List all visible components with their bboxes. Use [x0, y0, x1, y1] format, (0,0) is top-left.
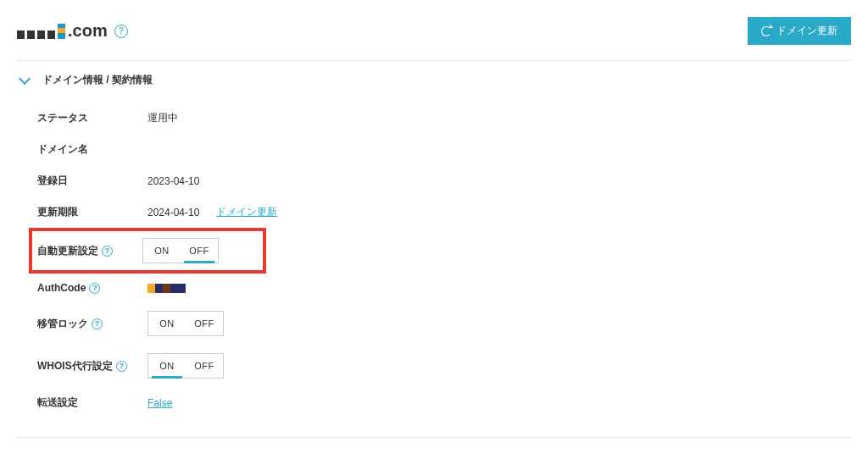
domain-update-label: ドメイン更新: [776, 24, 837, 38]
toggle-whois-proxy[interactable]: ON OFF: [147, 353, 224, 379]
refresh-icon: [761, 26, 771, 36]
row-domain-name: ドメイン名: [37, 134, 851, 165]
toggle-transfer-lock[interactable]: ON OFF: [147, 311, 224, 336]
row-transfer-lock: 移管ロック ? ON OFF: [37, 302, 851, 345]
label-whois-proxy: WHOIS代行設定: [37, 359, 113, 373]
domain-name-masked: [17, 24, 65, 39]
label-forward: 転送設定: [37, 395, 147, 410]
value-status: 運用中: [147, 111, 178, 125]
section-domain-info: ドメイン情報 / 契約情報 ステータス 運用中 ドメイン名 登録日 2023-0…: [17, 60, 851, 438]
toggle-auto-renew[interactable]: ON OFF: [142, 238, 219, 263]
domain-suffix: .com: [68, 21, 108, 41]
help-icon[interactable]: ?: [102, 246, 113, 257]
row-auto-renew: 自動更新設定 ? ON OFF: [37, 235, 258, 267]
value-reg-date: 2023-04-10: [147, 175, 199, 187]
help-icon[interactable]: ?: [89, 283, 100, 294]
toggle-off[interactable]: OFF: [181, 239, 218, 263]
label-exp-date: 更新期限: [37, 205, 147, 219]
row-reg-date: 登録日 2023-04-10: [37, 165, 851, 196]
toggle-off[interactable]: OFF: [186, 312, 223, 335]
row-forward: 転送設定 False: [37, 387, 851, 418]
value-authcode-masked: [147, 284, 186, 293]
label-auto-renew: 自動更新設定: [37, 244, 98, 258]
value-exp-date: 2024-04-10: [147, 207, 199, 218]
label-transfer-lock: 移管ロック: [37, 317, 88, 331]
help-icon[interactable]: ?: [92, 318, 103, 329]
row-status: ステータス 運用中: [37, 102, 851, 134]
domain-update-button[interactable]: ドメイン更新: [748, 17, 851, 45]
toggle-on[interactable]: ON: [143, 239, 181, 263]
link-forward-value[interactable]: False: [147, 397, 172, 409]
help-icon[interactable]: ?: [116, 361, 127, 372]
row-whois-proxy: WHOIS代行設定 ? ON OFF: [37, 345, 851, 387]
domain-title: .com: [17, 21, 108, 41]
toggle-on[interactable]: ON: [148, 354, 186, 378]
highlight-auto-renew: 自動更新設定 ? ON OFF: [29, 228, 266, 274]
row-exp-date: 更新期限 2024-04-10 ドメイン更新: [37, 196, 851, 228]
label-reg-date: 登録日: [37, 174, 147, 188]
label-authcode: AuthCode: [37, 282, 86, 294]
section-header-domain-info[interactable]: ドメイン情報 / 契約情報: [17, 61, 851, 99]
chevron-down-icon: [19, 72, 31, 84]
label-status: ステータス: [37, 111, 147, 125]
page-header: .com ? ドメイン更新: [17, 17, 851, 45]
help-icon[interactable]: ?: [114, 25, 128, 38]
row-authcode: AuthCode ?: [37, 274, 851, 302]
toggle-on[interactable]: ON: [148, 312, 186, 335]
section-title: ドメイン情報 / 契約情報: [42, 73, 153, 87]
link-domain-update[interactable]: ドメイン更新: [216, 205, 277, 219]
toggle-off[interactable]: OFF: [186, 354, 223, 378]
section-body-domain-info: ステータス 運用中 ドメイン名 登録日 2023-04-10 更新期限 2024…: [17, 99, 851, 437]
label-domain-name: ドメイン名: [37, 142, 147, 157]
